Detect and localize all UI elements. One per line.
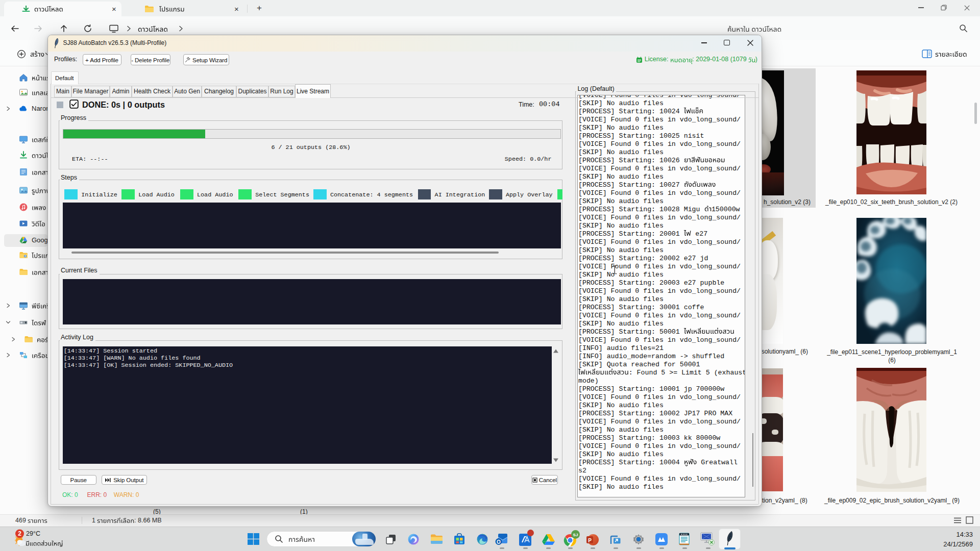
svg-text:SJ: SJ	[573, 533, 578, 537]
svg-text:O: O	[497, 539, 501, 545]
svg-text:P: P	[588, 538, 592, 543]
svg-text:2: 2	[18, 530, 21, 537]
